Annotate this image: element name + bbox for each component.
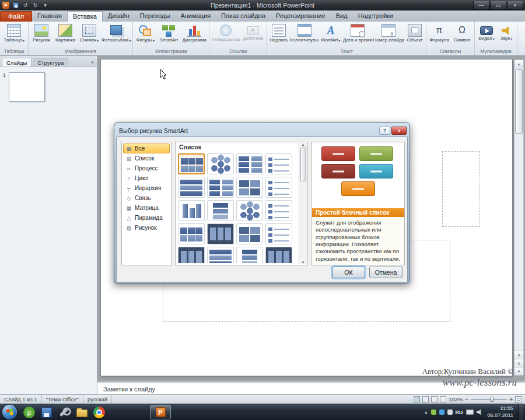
symbol-button[interactable]: Ω Символ	[451, 23, 473, 44]
tools-taskbar-icon[interactable]	[57, 405, 71, 419]
smartart-thumbnail[interactable]	[178, 247, 205, 263]
shapes-button[interactable]: Фигуры▾	[134, 23, 156, 44]
next-slide-button[interactable]: »	[514, 359, 523, 367]
smartart-thumbnail[interactable]	[178, 223, 205, 244]
video-button[interactable]: Видео▾	[476, 23, 497, 42]
clock[interactable]: 21:05 06.07.2011	[488, 405, 513, 419]
category-pyramid[interactable]: △Пирамида	[123, 213, 170, 223]
previous-slide-button[interactable]: «	[514, 351, 523, 359]
scroll-down-icon[interactable]: ▼	[302, 261, 305, 264]
cancel-button[interactable]: Отмена	[369, 267, 402, 278]
action-button[interactable]: Действие	[241, 23, 265, 42]
headerfooter-button[interactable]: Колонтитулы	[289, 23, 319, 44]
photoalbum-button[interactable]: Фотоальбом▾	[101, 23, 131, 44]
normal-view-button[interactable]	[414, 396, 420, 402]
chart-button[interactable]: Диаграмма	[181, 23, 208, 44]
tab-insert[interactable]: Вставка	[67, 11, 103, 22]
tab-outline[interactable]: Структура	[33, 58, 68, 66]
category-hierarchy[interactable]: ┬Иерархия	[123, 183, 170, 193]
smartart-thumbnail[interactable]	[236, 177, 263, 198]
content-placeholder[interactable]	[442, 151, 479, 227]
powerpoint-taskbar-button[interactable]: P	[150, 405, 171, 419]
save-button[interactable]	[12, 2, 19, 9]
theme-name[interactable]: "Тема Office"	[42, 395, 83, 404]
dialog-help-button[interactable]: ?	[379, 127, 390, 135]
tab-review[interactable]: Рецензирование	[271, 11, 331, 22]
tab-view[interactable]: Вид	[331, 11, 353, 22]
zoom-slider-thumb[interactable]	[491, 397, 494, 402]
explorer-taskbar-icon[interactable]	[75, 405, 89, 419]
show-desktop-button[interactable]	[519, 404, 523, 420]
slideshow-view-button[interactable]	[440, 396, 446, 402]
category-picture[interactable]: ▨Рисунок	[123, 223, 170, 233]
tab-animations[interactable]: Анимация	[175, 11, 216, 22]
slide-sorter-view-button[interactable]	[422, 396, 429, 402]
redo-button[interactable]: ↻	[32, 2, 39, 9]
smartart-thumbnail[interactable]	[178, 177, 205, 198]
tab-slides[interactable]: Слайды	[2, 58, 32, 66]
dialog-close-button[interactable]: ×	[391, 127, 407, 135]
zoom-out-button[interactable]: −	[465, 396, 468, 402]
smartart-thumbnail[interactable]	[178, 200, 205, 221]
smartart-thumbnail[interactable]	[178, 153, 205, 174]
smartart-thumbnail[interactable]	[236, 223, 263, 244]
datetime-button[interactable]: Дата и время	[342, 23, 373, 44]
chrome-taskbar-icon[interactable]	[92, 405, 106, 419]
slidenumber-button[interactable]: Номер слайда	[373, 23, 405, 44]
vertical-scrollbar[interactable]: ▲ « » ▼	[514, 60, 524, 376]
tab-transitions[interactable]: Переходы	[135, 11, 176, 22]
tray-expand-icon[interactable]: ▲	[424, 410, 428, 414]
tab-design[interactable]: Дизайн	[103, 11, 135, 22]
scroll-up-icon[interactable]: ▲	[302, 143, 305, 146]
smartart-button[interactable]: SmartArt	[156, 23, 181, 44]
slide-thumbnail[interactable]	[9, 72, 45, 102]
zoom-slider[interactable]	[471, 397, 507, 402]
smartart-thumbnail[interactable]	[265, 200, 292, 221]
tab-home[interactable]: Главная	[32, 11, 67, 22]
scrollbar-thumb[interactable]	[515, 69, 523, 134]
category-matrix[interactable]: ▦Матрица	[123, 203, 170, 213]
equation-button[interactable]: π Формула	[428, 23, 451, 44]
qat-menu-button[interactable]: ▾	[41, 2, 49, 9]
language-bar[interactable]: RU	[456, 410, 463, 415]
tray-app-icon[interactable]	[447, 410, 453, 415]
scroll-down-icon[interactable]: ▼	[514, 367, 523, 375]
utorrent-taskbar-icon[interactable]: µ	[22, 405, 36, 419]
smartart-thumbnail[interactable]	[207, 153, 234, 174]
smartart-thumbnail[interactable]	[265, 177, 292, 198]
audio-button[interactable]: Звук▾	[497, 23, 516, 42]
zoom-in-button[interactable]: +	[509, 396, 513, 402]
category-process[interactable]: ▻Процесс	[123, 163, 170, 173]
scroll-up-icon[interactable]: ▲	[514, 60, 523, 68]
category-cycle[interactable]: ○Цикл	[123, 173, 170, 183]
screenshot-button[interactable]: Снимок▾	[78, 23, 101, 44]
tab-addins[interactable]: Надстройки	[353, 11, 398, 22]
dialog-title-bar[interactable]: Выбор рисунка SmartArt ? ×	[116, 125, 408, 136]
category-relationship[interactable]: ◇Связь	[123, 193, 170, 203]
smartart-thumbnail[interactable]	[207, 200, 234, 221]
smartart-thumbnail[interactable]	[236, 200, 263, 221]
gallery-scrollbar[interactable]: ▲ ▼	[299, 143, 307, 264]
minimize-button[interactable]: —	[473, 1, 489, 10]
volume-icon[interactable]	[477, 410, 482, 415]
picture-button[interactable]: Рисунок	[30, 23, 53, 44]
fit-to-window-button[interactable]	[515, 396, 522, 402]
undo-button[interactable]: ↺	[22, 2, 29, 9]
smartart-thumbnail[interactable]	[236, 247, 263, 263]
smartart-thumbnail[interactable]	[207, 177, 234, 198]
smartart-thumbnail[interactable]	[265, 247, 292, 263]
hyperlink-button[interactable]: Гиперссылка	[211, 23, 241, 43]
scrollbar-thumb[interactable]	[300, 148, 306, 181]
tray-app-icon[interactable]	[431, 410, 436, 415]
language-indicator[interactable]: русский	[83, 395, 112, 404]
maximize-button[interactable]: ▭	[490, 1, 506, 10]
object-button[interactable]: Объект	[405, 23, 425, 44]
tab-file[interactable]: Файл	[0, 11, 32, 22]
smartart-thumbnail[interactable]	[236, 153, 263, 174]
textbox-button[interactable]: Надпись	[268, 23, 289, 44]
zoom-level[interactable]: 103%	[449, 396, 463, 402]
start-button[interactable]	[2, 405, 17, 419]
close-button[interactable]: ×	[507, 1, 523, 10]
smartart-thumbnail[interactable]	[207, 223, 234, 244]
category-all[interactable]: ▦Все	[123, 144, 170, 153]
